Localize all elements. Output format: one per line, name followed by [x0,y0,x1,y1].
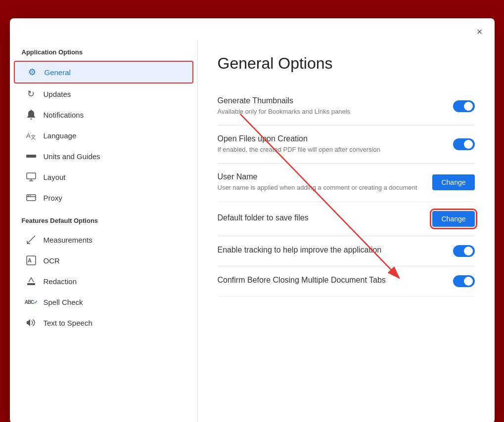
svg-text:A: A [28,257,32,263]
settings-modal: × Application Options ⚙ General ↻ Update… [10,18,495,422]
language-icon: A 文 [26,130,37,141]
sidebar-item-layout[interactable]: Layout [14,167,193,187]
sidebar-item-label-proxy: Proxy [44,194,62,202]
option-row-enable-tracking: Enable tracking to help improve the appl… [218,236,475,266]
sidebar-section1-header: Application Options [10,44,197,61]
main-content: General Options Generate Thumbnails Avai… [198,40,495,422]
svg-rect-12 [28,196,29,197]
sidebar-section2-header: Features Default Options [10,213,197,229]
sidebar-item-units-guides[interactable]: Units and Guides [14,146,193,167]
option-text-user-name: User Name User name is applied when addi… [218,172,423,192]
svg-rect-7 [27,173,36,179]
toggle-enable-tracking[interactable] [453,245,475,257]
sidebar-item-label-redaction: Redaction [44,277,77,286]
bell-icon [26,109,37,120]
modal-header: × [10,18,495,40]
measurements-icon [26,234,37,245]
sidebar-item-redaction[interactable]: Redaction [14,271,193,292]
sidebar-item-label-units-guides: Units and Guides [44,152,100,161]
toggle-confirm-closing[interactable] [453,275,475,287]
option-row-open-files: Open Files upon Creation If enabled, the… [218,126,475,164]
option-title-default-folder: Default folder to save files [218,213,423,222]
sidebar-item-language[interactable]: A 文 Language [14,125,193,146]
svg-rect-13 [30,196,31,197]
gear-icon: ⚙ [27,67,38,78]
change-button-user-name[interactable]: Change [432,174,474,190]
option-title-confirm-closing: Confirm Before Closing Multiple Document… [218,276,443,285]
ruler-icon [26,151,37,162]
sidebar-item-label-general: General [45,68,71,77]
option-desc-open-files: If enabled, the created PDF file will op… [218,145,443,154]
svg-rect-2 [26,155,36,158]
option-text-default-folder: Default folder to save files [218,213,423,224]
sidebar-item-label-notifications: Notifications [44,111,84,119]
sidebar-item-general[interactable]: ⚙ General [14,61,193,84]
sidebar-item-proxy[interactable]: Proxy [14,187,193,208]
sidebar-item-label-measurements: Measurements [44,236,92,244]
option-desc-user-name: User name is applied when adding a comme… [218,183,423,192]
option-text-enable-tracking: Enable tracking to help improve the appl… [218,246,443,256]
option-text-open-files: Open Files upon Creation If enabled, the… [218,134,443,154]
sidebar-item-ocr[interactable]: A OCR [14,250,193,271]
svg-text:文: 文 [31,134,36,140]
toggle-open-files[interactable] [453,138,475,150]
svg-text:A: A [26,132,31,139]
ocr-icon: A [26,255,37,266]
monitor-icon [26,171,37,182]
sidebar-item-measurements[interactable]: Measurements [14,229,193,250]
option-text-confirm-closing: Confirm Before Closing Multiple Document… [218,276,443,287]
option-title-user-name: User Name [218,172,423,181]
option-title-generate-thumbnails: Generate Thumbnails [218,96,443,105]
sidebar-item-label-text-to-speech: Text to Speech [44,319,92,327]
modal-overlay: × Application Options ⚙ General ↻ Update… [10,10,495,422]
sidebar-item-notifications[interactable]: Notifications [14,104,193,125]
svg-rect-19 [27,283,35,285]
refresh-icon: ↻ [26,88,37,99]
text-to-speech-icon [26,317,37,328]
proxy-icon [26,192,37,203]
option-row-generate-thumbnails: Generate Thumbnails Available only for B… [218,87,475,126]
option-desc-generate-thumbnails: Available only for Bookmarks and Links p… [218,107,443,116]
sidebar-item-spell-check[interactable]: ABC✓ Spell Check [14,292,193,312]
sidebar-item-text-to-speech[interactable]: Text to Speech [14,312,193,333]
sidebar-item-label-ocr: OCR [44,256,60,265]
sidebar-item-label-language: Language [44,131,77,140]
sidebar-item-label-spell-check: Spell Check [44,298,83,306]
option-row-default-folder: Default folder to save files Change [218,202,475,236]
option-title-open-files: Open Files upon Creation [218,134,443,143]
change-button-default-folder[interactable]: Change [432,211,474,227]
option-title-enable-tracking: Enable tracking to help improve the appl… [218,246,443,254]
redaction-icon [26,276,37,287]
sidebar-item-label-layout: Layout [44,173,66,181]
sidebar: Application Options ⚙ General ↻ Updates [10,40,198,422]
modal-body: Application Options ⚙ General ↻ Updates [10,40,495,422]
svg-line-14 [27,236,35,244]
option-row-user-name: User Name User name is applied when addi… [218,164,475,202]
option-row-confirm-closing: Confirm Before Closing Multiple Document… [218,266,475,296]
spell-check-icon: ABC✓ [26,296,37,307]
option-text-generate-thumbnails: Generate Thumbnails Available only for B… [218,96,443,116]
toggle-generate-thumbnails[interactable] [453,100,475,112]
close-button[interactable]: × [473,24,487,40]
sidebar-item-updates[interactable]: ↻ Updates [14,84,193,104]
page-title: General Options [218,54,475,73]
sidebar-item-label-updates: Updates [44,90,71,98]
